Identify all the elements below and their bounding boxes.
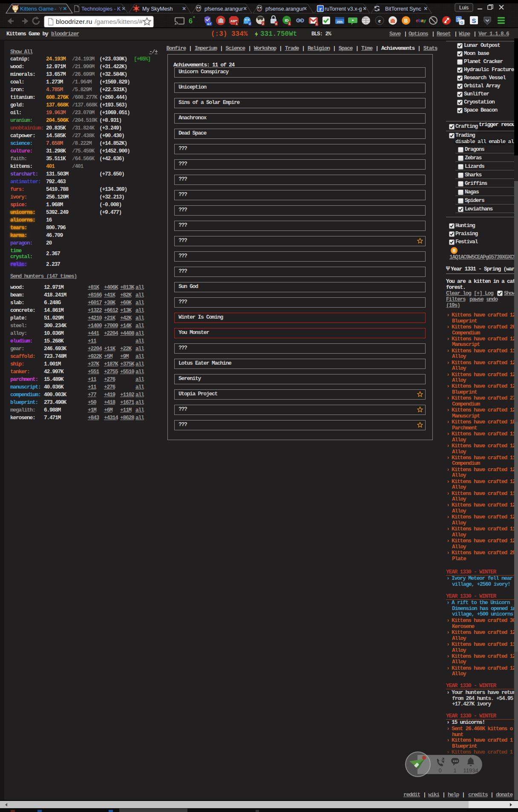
svg-text:r: r [319, 6, 322, 12]
svg-text:e: e [378, 17, 381, 24]
svg-text:Kittens Game: Kittens Game [20, 6, 54, 12]
svg-text:1: 1 [288, 22, 291, 26]
svg-text:x: x [275, 22, 277, 26]
svg-text:Y: Y [59, 6, 63, 12]
svg-text:×: × [363, 5, 366, 12]
svg-text:1: 1 [236, 22, 238, 26]
svg-text:ruTorrent v3.x-g: ruTorrent v3.x-g [325, 6, 362, 12]
svg-text:Luis: Luis [459, 5, 469, 11]
svg-text:-: - [55, 6, 56, 12]
svg-text:1: 1 [316, 22, 318, 26]
svg-text:×: × [63, 5, 67, 12]
svg-text:×: × [424, 5, 427, 12]
svg-text:×: × [122, 5, 125, 12]
svg-text:pfsense.arangur: pfsense.arangur [265, 6, 304, 12]
svg-text:6: 6 [189, 17, 193, 25]
svg-text:❝: ❝ [352, 19, 354, 23]
svg-text:2: 2 [249, 22, 251, 26]
svg-text:B: B [452, 248, 455, 253]
svg-text:Technologies - K: Technologies - K [81, 6, 121, 12]
svg-text:×: × [243, 5, 247, 12]
svg-text:×: × [182, 5, 186, 12]
svg-text:G: G [460, 20, 463, 25]
svg-text:My SkyMesh: My SkyMesh [142, 6, 173, 12]
svg-text:×: × [303, 5, 307, 12]
svg-text:pfsense.arangur: pfsense.arangur [204, 6, 243, 12]
svg-text:y: y [423, 18, 426, 23]
svg-text:BitTorrent Sync: BitTorrent Sync [385, 6, 421, 12]
svg-text:°: ° [193, 15, 195, 21]
svg-text:bloodrizer.ru: bloodrizer.ru [56, 18, 92, 25]
svg-text:20h: 20h [337, 20, 343, 24]
svg-text:/games/kittens/#: /games/kittens/# [95, 18, 143, 25]
svg-text:B: B [404, 18, 408, 24]
svg-text:67: 67 [207, 22, 211, 26]
svg-text:2: 2 [262, 22, 264, 26]
svg-text:S: S [472, 17, 476, 24]
